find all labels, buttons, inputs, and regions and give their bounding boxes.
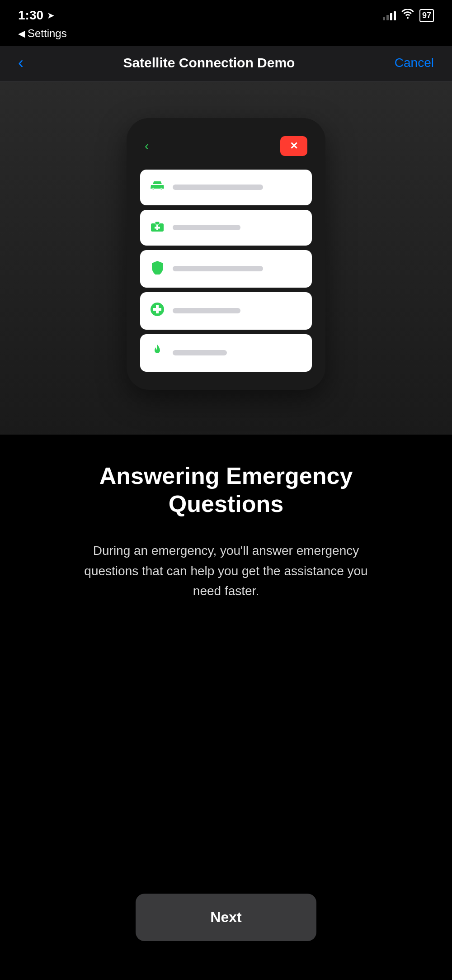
mock-item-line <box>173 308 240 313</box>
next-button-container: Next <box>27 866 425 959</box>
fire-icon <box>149 344 165 362</box>
mock-item-car <box>140 170 312 205</box>
mock-item-line <box>173 225 240 230</box>
mock-back-icon: ‹ <box>145 139 149 153</box>
phone-mock: ‹ ✕ <box>127 118 325 390</box>
status-bar: 1:30 ➤ 97 <box>0 0 452 27</box>
status-time: 1:30 <box>18 8 43 23</box>
mock-item-fire <box>140 334 312 372</box>
nav-back-button[interactable]: ‹ <box>18 53 24 72</box>
shield-icon <box>149 260 165 278</box>
medkit-icon <box>149 220 165 236</box>
nav-bar: ‹ Satellite Connection Demo Cancel <box>0 46 452 82</box>
main-description: During an emergency, you'll answer emerg… <box>81 541 371 601</box>
mock-item-shield <box>140 250 312 288</box>
mock-item-plus <box>140 292 312 330</box>
mock-header: ‹ ✕ <box>140 136 312 156</box>
battery-icon: 97 <box>419 9 434 22</box>
svg-rect-1 <box>155 222 160 224</box>
cancel-button[interactable]: Cancel <box>395 56 434 70</box>
main-title: Answering Emergency Questions <box>68 462 384 518</box>
wifi-icon <box>401 9 414 22</box>
svg-rect-6 <box>153 308 161 311</box>
mock-item-line <box>173 350 227 355</box>
next-button[interactable]: Next <box>136 894 316 941</box>
mock-item-line <box>173 185 263 190</box>
car-icon <box>149 180 165 195</box>
status-right: 97 <box>383 9 434 22</box>
mock-close-button: ✕ <box>280 136 307 156</box>
svg-rect-3 <box>155 227 160 228</box>
mock-item-line <box>173 266 263 271</box>
home-indicator <box>0 977 452 980</box>
nav-title: Satellite Connection Demo <box>123 55 295 71</box>
lower-section: Answering Emergency Questions During an … <box>0 435 452 977</box>
settings-back-label: Settings <box>28 27 67 40</box>
battery-level: 97 <box>419 9 434 22</box>
settings-back-row[interactable]: ◀ Settings <box>0 27 452 46</box>
back-triangle-icon: ◀ <box>18 28 25 39</box>
plus-medical-icon <box>149 302 165 320</box>
status-left: 1:30 ➤ <box>18 8 55 23</box>
signal-icon <box>383 10 396 20</box>
mock-list <box>140 170 312 372</box>
illustration-section: ‹ ✕ <box>0 82 452 435</box>
location-icon: ➤ <box>47 10 55 21</box>
mock-item-medkit <box>140 210 312 246</box>
